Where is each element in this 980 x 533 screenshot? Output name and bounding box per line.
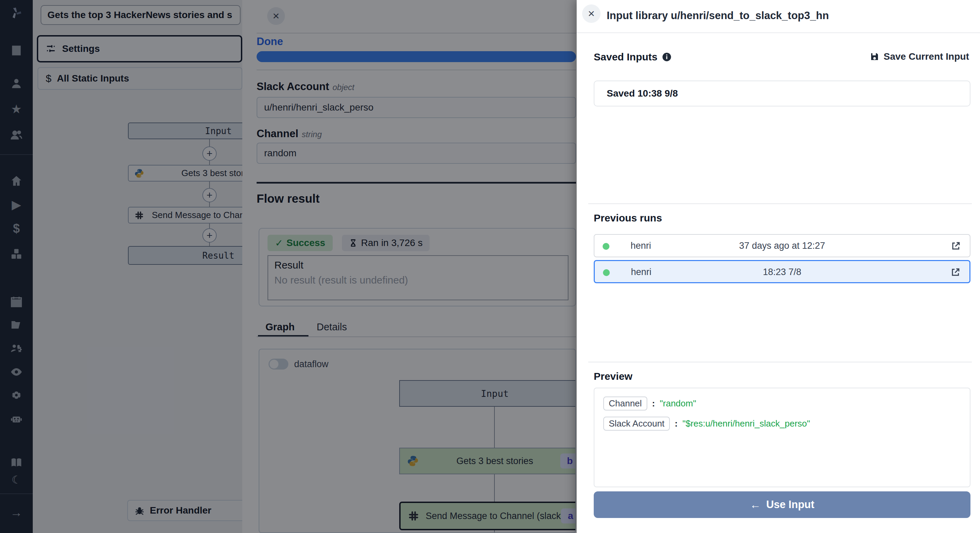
input-library-drawer: × Input library u/henri/send_to_slack_to… bbox=[577, 0, 980, 533]
preview-key-chip: Channel bbox=[603, 396, 647, 410]
divider bbox=[588, 204, 972, 204]
preview-heading: Preview bbox=[594, 371, 632, 382]
saved-inputs-heading: Saved Inputs bbox=[594, 51, 672, 63]
drawer-title: Input library u/henri/send_to_slack_top3… bbox=[607, 10, 829, 22]
arrow-left-icon: ← bbox=[750, 498, 760, 511]
preview-value: "$res:u/henri/henri_slack_perso" bbox=[682, 418, 810, 429]
saved-input-item[interactable]: Saved 10:38 9/8 bbox=[594, 81, 970, 107]
preview-line: Channel : "random" bbox=[603, 396, 961, 410]
app-screen: ★ ▶ $ ☾ → Gets the top 3 HackerNews stor… bbox=[0, 0, 980, 533]
divider bbox=[577, 32, 980, 33]
preview-card: Channel : "random" Slack Account : "$res… bbox=[594, 388, 970, 487]
open-run-external-link-icon[interactable] bbox=[951, 241, 961, 251]
previous-run-row-selected[interactable]: henri 18:23 7/8 bbox=[594, 260, 970, 283]
previous-runs-heading: Previous runs bbox=[594, 212, 662, 224]
previous-run-row[interactable]: henri 37 days ago at 12:27 bbox=[594, 234, 970, 257]
save-icon bbox=[869, 51, 880, 62]
preview-value: "random" bbox=[660, 398, 697, 409]
modal-dim-overlay[interactable] bbox=[0, 0, 577, 533]
preview-line: Slack Account : "$res:u/henri/henri_slac… bbox=[603, 417, 961, 431]
run-time: 37 days ago at 12:27 bbox=[594, 240, 970, 251]
preview-key-chip: Slack Account bbox=[603, 417, 670, 431]
open-run-external-link-icon[interactable] bbox=[950, 267, 961, 277]
info-icon bbox=[662, 52, 672, 62]
save-current-input-button[interactable]: Save Current Input bbox=[869, 51, 969, 62]
run-time: 18:23 7/8 bbox=[595, 267, 969, 277]
close-drawer-button[interactable]: × bbox=[582, 5, 601, 23]
use-input-button[interactable]: ← Use Input bbox=[594, 492, 970, 518]
divider bbox=[588, 362, 972, 363]
